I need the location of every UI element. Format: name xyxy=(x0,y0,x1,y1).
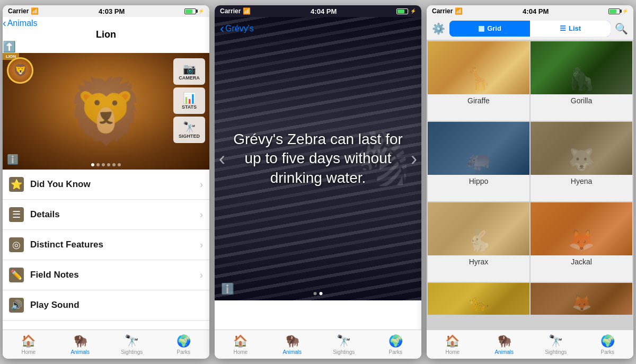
share-button-1[interactable]: ⬆️ xyxy=(3,40,209,53)
tab-sightings-label-3: Sightings xyxy=(545,349,567,355)
tab-home-2[interactable]: 🏠 Home xyxy=(215,330,267,359)
back-button-1[interactable]: ‹ Animals xyxy=(3,17,209,29)
time-2: 4:04 PM xyxy=(311,7,337,15)
menu-item-field-notes[interactable]: ✏️ Field Notes › xyxy=(3,260,209,290)
menu-list: ⭐ Did You Know › ☰ Details › ◎ Distinct … xyxy=(3,170,209,330)
grid-cell-gorilla[interactable]: 🦍 Gorilla xyxy=(531,41,632,121)
phone3-grid: Carrier 📶 4:04 PM ⚡ ⚙️ ▦ Grid ☰ List xyxy=(427,5,633,359)
phone1-lion: Carrier 📶 4:03 PM ⚡ ‹ Animals Lion ⬆️ 🦁 xyxy=(3,5,209,359)
animal8-emoji: 🦊 xyxy=(572,294,591,312)
menu-item-play-sound[interactable]: 🔊 Play Sound xyxy=(3,290,209,321)
tab-sightings-2[interactable]: 🔭 Sightings xyxy=(318,330,370,359)
grid-label: Grid xyxy=(487,24,501,32)
top-toolbar-3: ⚙️ ▦ Grid ☰ List 🔍 xyxy=(427,17,633,40)
back-arrow-1: ‹ xyxy=(3,17,6,29)
bolt-1: ⚡ xyxy=(198,8,204,14)
menu-item-details[interactable]: ☰ Details › xyxy=(3,200,209,230)
status-left-3: Carrier 📶 xyxy=(432,7,463,15)
camera-label: CAMERA xyxy=(179,75,200,81)
tab-sightings-1[interactable]: 🔭 Sightings xyxy=(106,330,158,359)
parks-icon-1: 🌍 xyxy=(176,334,191,348)
hyrax-label: Hyrax xyxy=(469,255,489,268)
tab-animals-label-2: Animals xyxy=(282,349,302,355)
carrier-label-2: Carrier xyxy=(220,7,241,15)
stats-icon: 📊 xyxy=(183,92,196,104)
tab-home-1[interactable]: 🏠 Home xyxy=(3,330,55,359)
tab-animals-3[interactable]: 🦬 Animals xyxy=(479,330,531,359)
hippo-emoji: 🦛 xyxy=(465,147,492,172)
tab-animals-2[interactable]: 🦬 Animals xyxy=(267,330,319,359)
zebra-content: 🦓 Grévy's Zebra can last for up to five … xyxy=(215,17,421,330)
tab-sightings-label-2: Sightings xyxy=(333,349,355,355)
grid-cell-jackal[interactable]: 🦊 Jackal xyxy=(531,202,632,282)
gorilla-emoji: 🦍 xyxy=(568,67,595,92)
dot-6 xyxy=(118,163,121,166)
grid-cell-hyena[interactable]: 🐺 Hyena xyxy=(531,122,632,201)
tab-parks-1[interactable]: 🌍 Parks xyxy=(158,330,210,359)
tab-bar-2: 🏠 Home 🦬 Animals 🔭 Sightings 🌍 Parks xyxy=(215,330,421,359)
nav-bar-2: ‹ Grévy's xyxy=(215,17,421,40)
wifi-icon-2: 📶 xyxy=(243,7,251,15)
grid-cell-giraffe[interactable]: 🦒 Giraffe xyxy=(428,41,529,121)
status-right-3: ⚡ xyxy=(608,8,628,14)
menu-item-distinct-features[interactable]: ◎ Distinct Features › xyxy=(3,230,209,260)
grid-cell-hyrax[interactable]: 🐇 Hyrax xyxy=(428,202,529,282)
parks-icon-3: 🌍 xyxy=(600,334,615,348)
battery-1 xyxy=(184,8,196,14)
home-icon-1: 🏠 xyxy=(21,334,36,348)
wifi-icon-1: 📶 xyxy=(31,7,39,15)
list-tab[interactable]: ☰ List xyxy=(530,21,611,37)
bolt-3: ⚡ xyxy=(622,8,628,14)
camera-button[interactable]: 📷 CAMERA xyxy=(173,58,205,85)
status-bar-3: Carrier 📶 4:04 PM ⚡ xyxy=(427,5,633,17)
hyena-label: Hyena xyxy=(571,175,592,188)
time-1: 4:03 PM xyxy=(99,7,125,15)
tab-animals-1[interactable]: 🦬 Animals xyxy=(55,330,107,359)
tab-sightings-3[interactable]: 🔭 Sightings xyxy=(530,330,582,359)
grid-tab[interactable]: ▦ Grid xyxy=(449,21,530,37)
info-icon-1[interactable]: ℹ️ xyxy=(7,154,19,165)
tab-parks-label-3: Parks xyxy=(600,349,614,355)
sighted-button[interactable]: 🔭 SIGHTED xyxy=(173,117,205,143)
page-title-1: Lion xyxy=(3,29,209,40)
menu-item-did-you-know[interactable]: ⭐ Did You Know › xyxy=(3,170,209,200)
list-label: List xyxy=(569,24,581,32)
distinct-features-label: Distinct Features xyxy=(30,239,200,250)
gear-button[interactable]: ⚙️ xyxy=(432,22,445,35)
tab-parks-2[interactable]: 🌍 Parks xyxy=(370,330,422,359)
hyena-emoji: 🐺 xyxy=(568,147,595,172)
tab-bar-1: 🏠 Home 🦬 Animals 🔭 Sightings 🌍 Parks xyxy=(3,330,209,359)
sightings-icon-2: 🔭 xyxy=(337,334,351,348)
hyrax-emoji: 🐇 xyxy=(465,228,492,253)
back-button-2[interactable]: ‹ Grévy's xyxy=(220,21,254,36)
carousel-dots-2 xyxy=(314,292,323,295)
stats-button[interactable]: 📊 STATS xyxy=(173,87,205,114)
lion-avatar: 🦁 xyxy=(7,57,33,84)
list-icon: ☰ xyxy=(560,24,566,32)
grid-cell-animal8[interactable]: 🦊 xyxy=(531,283,632,315)
grid-cell-leopard[interactable]: 🐆 xyxy=(428,283,529,315)
animals-icon-2: 🦬 xyxy=(285,334,299,348)
info-button-2[interactable]: ℹ️ xyxy=(221,282,234,295)
tab-parks-3[interactable]: 🌍 Parks xyxy=(582,330,634,359)
dot-2 xyxy=(96,163,100,166)
grid-cell-hippo[interactable]: 🦛 Hippo xyxy=(428,122,529,201)
details-label: Details xyxy=(30,209,200,220)
did-you-know-label: Did You Know xyxy=(30,179,200,190)
giraffe-label: Giraffe xyxy=(467,94,490,107)
battery-3 xyxy=(608,8,620,14)
search-button[interactable]: 🔍 xyxy=(615,22,628,35)
sightings-icon-1: 🔭 xyxy=(125,334,139,348)
prev-arrow[interactable]: ‹ xyxy=(219,148,225,170)
next-arrow[interactable]: › xyxy=(411,148,417,170)
wifi-icon-3: 📶 xyxy=(455,7,463,15)
distinct-features-icon: ◎ xyxy=(9,237,24,252)
carrier-label-3: Carrier xyxy=(432,7,453,15)
chevron-icon-1: › xyxy=(200,179,203,190)
dot-3 xyxy=(102,163,105,166)
animals-icon-3: 🦬 xyxy=(497,334,511,348)
tab-animals-label-3: Animals xyxy=(494,349,514,355)
tab-parks-label-1: Parks xyxy=(176,349,190,355)
lion-image-area: 🦁 LION 🦁 📷 CAMERA 📊 STATS 🔭 SIG xyxy=(3,53,209,170)
tab-home-3[interactable]: 🏠 Home xyxy=(427,330,479,359)
